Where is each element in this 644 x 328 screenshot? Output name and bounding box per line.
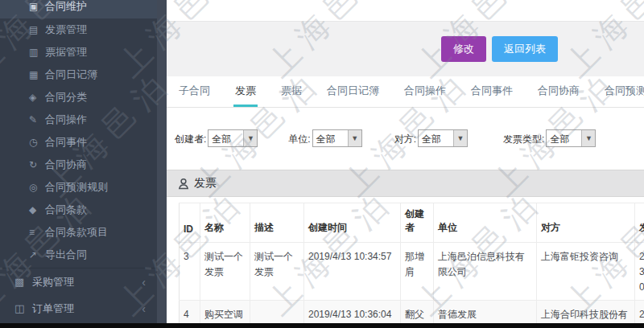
- sidebar-item-11[interactable]: ↗ 导出合同: [0, 244, 157, 266]
- search-icon: ◎: [29, 182, 45, 193]
- calendar-icon: ▦: [29, 69, 45, 80]
- filter-1: 单位: 全部 ▼: [288, 129, 361, 147]
- filter-row: 创建者: 全部 ▼ 单位: 全部 ▼ 对方: 全部 ▼ 发票类型: 全部 ▼: [167, 129, 644, 148]
- table-cell: 测试一个发票: [200, 243, 250, 301]
- toolbar: 修改 返回列表: [441, 36, 558, 62]
- export-icon: ↗: [29, 249, 45, 260]
- invoice-table: ID名称描述创建时间创建者单位对方发票日期 3测试一个发票测试一个发票2019/…: [179, 203, 644, 328]
- filter-select-3[interactable]: 全部 ▼: [546, 129, 596, 147]
- filter-select-0[interactable]: 全部 ▼: [208, 129, 258, 147]
- sidebar-item-3[interactable]: ▦ 合同日记簿: [0, 64, 157, 86]
- invoice-table-wrap: ID名称描述创建时间创建者单位对方发票日期 3测试一个发票测试一个发票2019/…: [179, 203, 644, 328]
- filter-2: 对方: 全部 ▼: [394, 129, 468, 147]
- category-icon: ◈: [29, 92, 45, 103]
- tab-0[interactable]: 子合同: [177, 76, 212, 107]
- column-header: 创建时间: [304, 203, 401, 243]
- cart-icon: ◫: [14, 302, 32, 314]
- list-icon: ≡: [29, 227, 45, 238]
- refresh-icon: ↻: [29, 159, 45, 170]
- sidebar-item-9[interactable]: ◆ 合同条款: [0, 199, 157, 221]
- sidebar-scrollbar[interactable]: [157, 0, 167, 328]
- table-cell: 那增肩: [401, 243, 434, 301]
- table-row-0[interactable]: 3测试一个发票测试一个发票2019/4/13 10:34:57那增肩上海邑泊信息…: [180, 243, 644, 301]
- table-header-row: ID名称描述创建时间创建者单位对方发票日期: [180, 203, 644, 243]
- sidebar-item-8[interactable]: ◎ 合同预测规则: [0, 176, 157, 199]
- sidebar-item-5[interactable]: ✎ 合同操作: [0, 109, 157, 131]
- column-header: 对方: [537, 203, 635, 243]
- filter-select-2[interactable]: 全部 ▼: [418, 129, 468, 147]
- filter-3: 发票类型: 全部 ▼: [503, 129, 596, 147]
- table-cell: 2019/4/13 0:00:00: [635, 243, 644, 301]
- column-header: 描述: [250, 203, 304, 243]
- table-cell: 上海邑泊信息科技有限公司: [434, 243, 537, 301]
- column-header: 单位: [434, 203, 537, 243]
- toolbar-band: [167, 21, 644, 76]
- sidebar-item-4[interactable]: ◈ 合同分类: [0, 86, 157, 109]
- table-cell: 3: [180, 243, 200, 301]
- chevron-left-icon: ‹: [142, 302, 146, 315]
- sidebar-item-0[interactable]: ▣ 合同维护: [0, 0, 157, 18]
- section-header: 发票: [167, 170, 644, 197]
- tab-7[interactable]: 合同预测规则: [603, 76, 644, 107]
- dropdown-arrow-icon: ▼: [348, 130, 361, 146]
- sidebar-groups: ▩ 采购管理 ‹ ◫ 订单管理 ‹: [0, 268, 157, 322]
- filter-0: 创建者: 全部 ▼: [175, 129, 258, 147]
- back-to-list-button[interactable]: 返回列表: [492, 36, 558, 62]
- dropdown-arrow-icon: ▼: [243, 130, 257, 146]
- sidebar-item-2[interactable]: ▥ 票据管理: [0, 41, 157, 64]
- book-icon: ▣: [29, 1, 45, 12]
- sidebar-item-6[interactable]: ◷ 合同事件: [0, 131, 157, 154]
- column-header: 创建者: [401, 203, 434, 243]
- tab-2[interactable]: 票据: [279, 76, 303, 107]
- tab-4[interactable]: 合同操作: [402, 76, 448, 107]
- note-icon: ▥: [29, 47, 45, 58]
- tab-3[interactable]: 合同日记簿: [325, 76, 381, 107]
- sidebar-group-1[interactable]: ◫ 订单管理 ‹: [0, 295, 157, 322]
- edit-icon: ✎: [29, 114, 45, 125]
- sidebar-item-10[interactable]: ≡ 合同条款项目: [0, 221, 157, 244]
- detail-card: 子合同发票票据合同日记簿合同操作合同事件合同协商合同预测规则合同条款 创建者: …: [167, 76, 644, 322]
- tag-icon: ◆: [29, 204, 45, 215]
- sidebar-menu: ▣ 合同维护 ▤ 发票管理 ▥ 票据管理 ▦ 合同日记簿 ◈ 合同分类 ✎ 合同…: [0, 0, 157, 266]
- dropdown-arrow-icon: ▼: [453, 130, 467, 146]
- column-header: ID: [180, 203, 200, 243]
- table-cell: 上海富钜投资咨询: [537, 243, 635, 301]
- column-header: 名称: [200, 203, 250, 243]
- basket-icon: ▩: [14, 276, 32, 288]
- person-icon: [178, 178, 189, 190]
- column-header: 发票日期: [635, 203, 644, 243]
- filter-select-1[interactable]: 全部 ▼: [312, 129, 362, 147]
- table-cell: 2019/4/13 10:34:57: [304, 243, 401, 301]
- app-window: ▣ 合同维护 ▤ 发票管理 ▥ 票据管理 ▦ 合同日记簿 ◈ 合同分类 ✎ 合同…: [0, 0, 644, 328]
- dropdown-arrow-icon: ▼: [581, 130, 595, 146]
- table-body: 3测试一个发票测试一个发票2019/4/13 10:34:57那增肩上海邑泊信息…: [180, 243, 644, 328]
- tab-6[interactable]: 合同协商: [536, 76, 581, 107]
- sidebar-item-7[interactable]: ↻ 合同协商: [0, 154, 157, 176]
- sidebar-group-0[interactable]: ▩ 采购管理 ‹: [0, 269, 157, 295]
- table-cell: 测试一个发票: [250, 243, 304, 301]
- section-title: 发票: [194, 176, 217, 191]
- tab-1[interactable]: 发票: [233, 76, 258, 107]
- clock-icon: ◷: [29, 137, 45, 148]
- tab-bar: 子合同发票票据合同日记簿合同操作合同事件合同协商合同预测规则合同条款: [167, 76, 644, 108]
- sidebar: ▣ 合同维护 ▤ 发票管理 ▥ 票据管理 ▦ 合同日记簿 ◈ 合同分类 ✎ 合同…: [0, 0, 157, 328]
- sidebar-item-1[interactable]: ▤ 发票管理: [0, 18, 157, 41]
- bottom-edge-bar: [0, 323, 644, 328]
- chevron-left-icon: ‹: [142, 276, 146, 289]
- invoice-icon: ▤: [29, 24, 45, 35]
- tab-5[interactable]: 合同事件: [469, 76, 514, 107]
- main-content: 修改 返回列表 子合同发票票据合同日记簿合同操作合同事件合同协商合同预测规则合同…: [167, 0, 644, 328]
- edit-button[interactable]: 修改: [441, 36, 486, 62]
